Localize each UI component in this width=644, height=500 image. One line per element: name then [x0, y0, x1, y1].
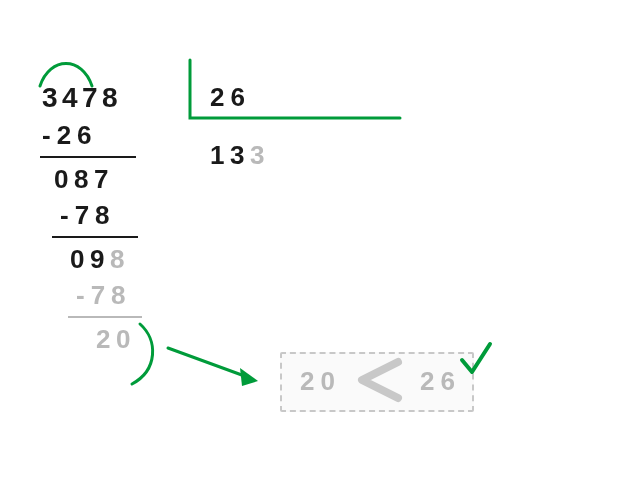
comparison-right: 26 [420, 366, 461, 397]
step1-partial-a: 0 [54, 164, 74, 195]
step2-partial-b: 9 [90, 244, 110, 275]
step1-subtract: -26 [42, 120, 98, 151]
dividend-digit-3: 7 [82, 82, 104, 114]
dividend-digit-2: 4 [62, 82, 84, 114]
step1-partial-b: 8 [74, 164, 94, 195]
dividend-digit-1: 3 [42, 82, 64, 114]
divisor: 26 [210, 82, 251, 113]
remainder-b: 0 [116, 324, 136, 355]
svg-marker-1 [240, 368, 258, 386]
step2-subtract: -78 [60, 200, 116, 231]
step1-rule [40, 156, 136, 158]
quotient-digit-2: 3 [230, 140, 250, 171]
svg-line-0 [168, 348, 250, 378]
remainder-a: 2 [96, 324, 116, 355]
step2-partial-a: 0 [70, 244, 90, 275]
step3-rule [68, 316, 142, 318]
dividend-digit-4: 8 [102, 82, 124, 114]
step2-rule [52, 236, 138, 238]
quotient-digit-3: 3 [250, 140, 270, 171]
quotient-digit-1: 1 [210, 140, 230, 171]
step2-partial-c: 8 [110, 244, 130, 275]
step1-partial-c: 7 [94, 164, 114, 195]
comparison-left: 20 [300, 366, 341, 397]
step3-subtract: -78 [76, 280, 132, 311]
